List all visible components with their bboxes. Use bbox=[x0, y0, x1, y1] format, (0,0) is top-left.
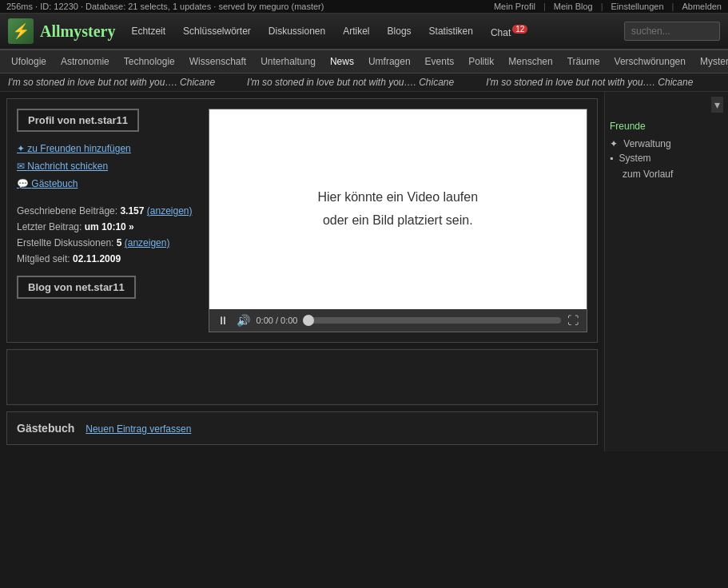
stat-diskussionen: Erstellte Diskussionen: 5 (anzeigen) bbox=[17, 237, 193, 248]
stat-mitglied: Mitglied seit: 02.11.2009 bbox=[17, 253, 193, 264]
guestbook-box: Gästebuch Neuen Eintrag verfassen bbox=[6, 411, 598, 445]
nav-statistiken[interactable]: Statistiken bbox=[421, 22, 481, 40]
cat-umfragen[interactable]: Umfragen bbox=[362, 54, 417, 70]
stat-beitrage: Geschriebene Beiträge: 3.157 (anzeigen) bbox=[17, 205, 193, 217]
cat-mystery[interactable]: Mystery bbox=[694, 54, 728, 70]
video-line2: oder ein Bild platziert sein. bbox=[323, 209, 473, 232]
search-input[interactable] bbox=[624, 22, 720, 41]
nav-artikel[interactable]: Artikel bbox=[335, 22, 377, 40]
einstellungen-link[interactable]: Einstellungen bbox=[611, 2, 664, 11]
profile-stats: Geschriebene Beiträge: 3.157 (anzeigen) … bbox=[17, 205, 193, 264]
top-bar-right: Mein Profil | Mein Blog | Einstellungen … bbox=[494, 2, 722, 11]
cat-news[interactable]: News bbox=[324, 54, 360, 70]
logo-icon: ⚡ bbox=[8, 18, 34, 44]
content-box-2 bbox=[6, 349, 598, 405]
top-bar: 256ms · ID: 12230 · Database: 21 selects… bbox=[0, 0, 728, 14]
logo[interactable]: ⚡ Allmystery bbox=[8, 18, 115, 44]
debug-info: 256ms · ID: 12230 · Database: 21 selects… bbox=[6, 2, 324, 11]
volume-button[interactable]: 🔊 bbox=[235, 312, 252, 328]
fullscreen-button[interactable]: ⛶ bbox=[566, 312, 580, 328]
main-layout: Profil von net.star11 ✦ zu Freunden hinz… bbox=[0, 92, 728, 451]
ticker-item-3: I'm so stoned in love but not with you….… bbox=[486, 77, 693, 88]
nav-schlusselworter[interactable]: Schlüsselwörter bbox=[175, 22, 259, 40]
cat-menschen[interactable]: Menschen bbox=[502, 54, 559, 70]
mein-blog-link[interactable]: Mein Blog bbox=[554, 2, 593, 11]
blog-button[interactable]: Blog von net.star11 bbox=[17, 276, 136, 299]
send-message-link[interactable]: ✉ Nachricht schicken bbox=[17, 161, 193, 172]
cat-technologie[interactable]: Technologie bbox=[117, 54, 181, 70]
cat-nav: Ufologie Astronomie Technologie Wissensc… bbox=[0, 50, 728, 74]
profile-box: Profil von net.star11 ✦ zu Freunden hinz… bbox=[6, 98, 598, 343]
cat-traume[interactable]: Träume bbox=[561, 54, 607, 70]
nav-echtzeit[interactable]: Echtzeit bbox=[123, 22, 173, 40]
content-area: Profil von net.star11 ✦ zu Freunden hinz… bbox=[0, 92, 604, 451]
cat-ufologie[interactable]: Ufologie bbox=[5, 54, 53, 70]
nav-blogs[interactable]: Blogs bbox=[380, 22, 420, 40]
progress-knob[interactable] bbox=[303, 315, 314, 326]
verwaltung-icon: ✦ bbox=[610, 138, 618, 149]
abmelden-link[interactable]: Abmelden bbox=[682, 2, 722, 11]
system-icon: ▪ bbox=[610, 153, 613, 164]
nav-chat[interactable]: Chat12 bbox=[483, 22, 535, 42]
video-content: Hier könnte ein Video laufen oder ein Bi… bbox=[209, 109, 587, 309]
chat-badge: 12 bbox=[512, 25, 527, 34]
cat-wissenschaft[interactable]: Wissenschaft bbox=[183, 54, 253, 70]
cat-politik[interactable]: Politik bbox=[462, 54, 500, 70]
header: ⚡ Allmystery Echtzeit Schlüsselwörter Di… bbox=[0, 14, 728, 50]
cat-verschworungen[interactable]: Verschwörungen bbox=[608, 54, 692, 70]
cat-events[interactable]: Events bbox=[419, 54, 461, 70]
mein-profil-link[interactable]: Mein Profil bbox=[494, 2, 535, 11]
time-display: 0:00 / 0:00 bbox=[257, 316, 298, 325]
new-entry-link[interactable]: Neuen Eintrag verfassen bbox=[86, 423, 191, 435]
sidebar-vorlauf-link[interactable]: zum Vorlauf bbox=[610, 167, 723, 181]
sidebar-collapse-button[interactable]: ▾ bbox=[711, 97, 723, 113]
sidebar-system-link[interactable]: ▪ System bbox=[610, 151, 723, 165]
profile-title-button[interactable]: Profil von net.star11 bbox=[17, 109, 139, 132]
play-pause-button[interactable]: ⏸ bbox=[216, 312, 230, 328]
anzeigen-diskussionen-link[interactable]: (anzeigen) bbox=[125, 237, 170, 248]
add-friend-link[interactable]: ✦ zu Freunden hinzufügen bbox=[17, 143, 193, 154]
video-box: Hier könnte ein Video laufen oder ein Bi… bbox=[209, 109, 588, 332]
stat-letzter: Letzter Beitrag: um 10:10 » bbox=[17, 221, 193, 232]
profile-left: Profil von net.star11 ✦ zu Freunden hinz… bbox=[17, 109, 193, 332]
ticker-item-2: I'm so stoned in love but not with you….… bbox=[247, 77, 454, 88]
anzeigen-beitrage-link[interactable]: (anzeigen) bbox=[147, 205, 193, 217]
guestbook-title: Gästebuch Neuen Eintrag verfassen bbox=[17, 422, 587, 435]
nav-diskussionen[interactable]: Diskussionen bbox=[261, 22, 333, 40]
video-line1: Hier könnte ein Video laufen bbox=[317, 186, 478, 209]
cat-astronomie[interactable]: Astronomie bbox=[54, 54, 116, 70]
logo-text: Allmystery bbox=[40, 22, 115, 41]
main-nav: Echtzeit Schlüsselwörter Diskussionen Ar… bbox=[123, 22, 616, 42]
guestbook-link[interactable]: 💬 Gästebuch bbox=[17, 178, 193, 189]
cat-unterhaltung[interactable]: Unterhaltung bbox=[254, 54, 322, 70]
progress-bar[interactable] bbox=[303, 317, 562, 324]
freunde-label: Freunde bbox=[610, 121, 723, 132]
ticker-item-1: I'm so stoned in love but not with you….… bbox=[8, 77, 215, 88]
sidebar: ▾ Freunde ✦ Verwaltung ▪ System zum Vorl… bbox=[604, 92, 728, 451]
sidebar-verwaltung-link[interactable]: ✦ Verwaltung bbox=[610, 137, 723, 151]
ticker: I'm so stoned in love but not with you….… bbox=[0, 74, 728, 92]
video-controls: ⏸ 🔊 0:00 / 0:00 ⛶ bbox=[209, 309, 587, 332]
